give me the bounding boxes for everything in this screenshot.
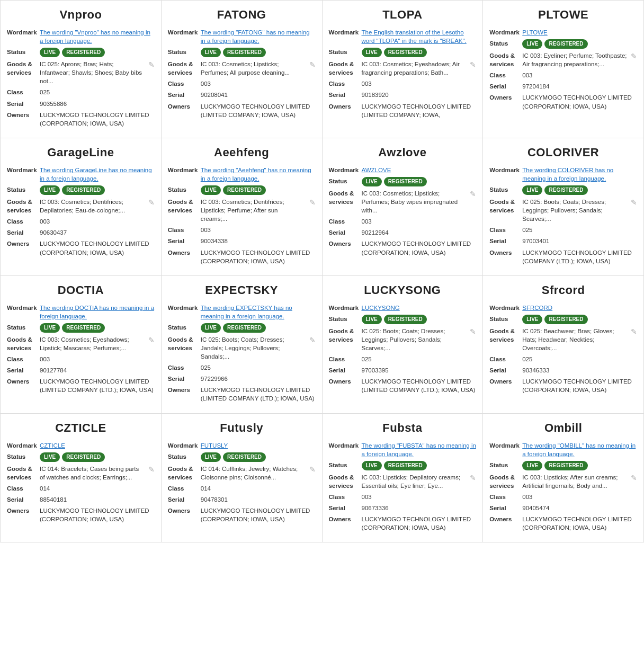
edit-icon[interactable]: ✎ xyxy=(470,327,476,337)
status-label: Status xyxy=(329,177,362,186)
goods-services-row: Goods &services IC 025: Boots; Coats; Dr… xyxy=(329,327,477,352)
serial-value: 90183920 xyxy=(362,91,477,99)
edit-icon[interactable]: ✎ xyxy=(148,465,155,475)
registered-badge: REGISTERED xyxy=(62,48,105,57)
serial-label: Serial xyxy=(7,100,40,108)
status-label: Status xyxy=(329,315,362,324)
trademark-card: FATONG Wordmark The wording "FATONG" has… xyxy=(162,1,323,138)
wordmark-link[interactable]: The wording "OMBILL" has no meaning in a… xyxy=(522,442,636,457)
edit-icon[interactable]: ✎ xyxy=(309,198,316,208)
serial-row: Serial 90127784 xyxy=(7,366,155,375)
wordmark-link[interactable]: The wording "FATONG" has no meaning in a… xyxy=(201,29,310,44)
wordmark-row: Wordmark The wording "Aeehfeng" has no m… xyxy=(168,166,316,183)
wordmark-row: Wordmark FUTUSLY xyxy=(168,441,316,450)
wordmark-link[interactable]: The wording "FUBSTA" has no meaning in a… xyxy=(362,442,476,457)
status-badges: LIVE REGISTERED xyxy=(362,177,477,186)
serial-label: Serial xyxy=(168,91,201,99)
edit-icon[interactable]: ✎ xyxy=(148,335,155,346)
wordmark-link[interactable]: PLTOWE xyxy=(522,29,548,35)
status-value: LIVE REGISTERED xyxy=(201,452,316,462)
edit-icon[interactable]: ✎ xyxy=(309,60,316,70)
wordmark-row: Wordmark LUCKYSONG xyxy=(329,304,477,312)
edit-icon[interactable]: ✎ xyxy=(470,189,476,200)
wordmark-link[interactable]: The wording "Aeehfeng" has no meaning in… xyxy=(201,167,311,182)
wordmark-label: Wordmark xyxy=(168,304,201,320)
edit-icon[interactable]: ✎ xyxy=(148,60,155,70)
wordmark-link[interactable]: The wording COLORIVER has no meaning in … xyxy=(522,167,613,182)
card-title: DOCTIA xyxy=(7,283,155,297)
edit-icon[interactable]: ✎ xyxy=(631,473,637,484)
wordmark-value: The wording DOCTIA has no meaning in a f… xyxy=(40,304,155,320)
edit-icon[interactable]: ✎ xyxy=(631,327,637,337)
wordmark-link[interactable]: AWZLOVE xyxy=(362,167,391,173)
wordmark-row: Wordmark PLTOWE xyxy=(489,28,637,37)
class-value: 003 xyxy=(40,355,155,363)
goods-services-row: Goods &services IC 014: Cufflinks; Jewel… xyxy=(168,465,316,482)
serial-label: Serial xyxy=(489,504,522,512)
goods-services-label: Goods &services xyxy=(168,60,201,77)
class-row: Class 003 xyxy=(329,79,477,88)
wordmark-link[interactable]: FUTUSLY xyxy=(201,442,228,449)
card-title: EXPECTSKY xyxy=(168,283,316,297)
edit-icon[interactable]: ✎ xyxy=(470,473,476,484)
registered-badge: REGISTERED xyxy=(544,461,587,470)
class-row: Class 003 xyxy=(329,217,477,226)
status-label: Status xyxy=(329,461,362,470)
owners-row: Owners LUCKYMOGO TECHNOLOGY LIMITED (COR… xyxy=(329,239,477,256)
serial-row: Serial 90630437 xyxy=(7,228,155,237)
serial-label: Serial xyxy=(168,495,201,504)
class-row: Class 025 xyxy=(489,226,637,234)
owners-label: Owners xyxy=(7,239,40,256)
status-badges: LIVE REGISTERED xyxy=(40,452,155,462)
wordmark-link[interactable]: The wording "Vnproo" has no meaning in a… xyxy=(40,29,150,44)
card-title: Ombill xyxy=(489,421,637,435)
registered-badge: REGISTERED xyxy=(62,185,105,195)
edit-icon[interactable]: ✎ xyxy=(148,198,155,208)
edit-icon[interactable]: ✎ xyxy=(631,198,637,208)
serial-value: 90673336 xyxy=(362,504,477,512)
goods-services-value: IC 025: Boots; Coats; Dresses; Leggings;… xyxy=(362,327,477,352)
edit-icon[interactable]: ✎ xyxy=(470,60,476,70)
status-label: Status xyxy=(7,452,40,462)
wordmark-link[interactable]: The wording GarageLine has no meaning in… xyxy=(40,167,152,182)
wordmark-link[interactable]: CZTICLE xyxy=(40,442,65,449)
registered-badge: REGISTERED xyxy=(384,177,427,186)
wordmark-link[interactable]: The wording DOCTIA has no meaning in a f… xyxy=(40,305,154,319)
status-row: Status LIVE REGISTERED xyxy=(168,323,316,333)
registered-badge: REGISTERED xyxy=(223,323,266,333)
wordmark-value: The wording "Vnproo" has no meaning in a… xyxy=(40,28,155,45)
goods-services-label: Goods &services xyxy=(168,465,201,482)
status-label: Status xyxy=(489,461,522,470)
wordmark-value: The wording "FATONG" has no meaning in a… xyxy=(201,28,316,45)
registered-badge: REGISTERED xyxy=(223,48,266,57)
live-badge: LIVE xyxy=(522,315,542,324)
owners-value: LUCKYMOGO TECHNOLOGY LIMITED (CORPORATIO… xyxy=(522,93,637,110)
owners-value: LUCKYMOGO TECHNOLOGY LIMITED (CORPORATIO… xyxy=(40,239,155,256)
goods-services-value: IC 003: Cosmetics; Eyeshadows; Lipstick;… xyxy=(40,335,155,352)
edit-icon[interactable]: ✎ xyxy=(309,465,316,475)
status-badges: LIVE REGISTERED xyxy=(201,452,316,462)
wordmark-link[interactable]: SFRCORD xyxy=(522,305,552,311)
class-value: 003 xyxy=(362,79,477,88)
status-value: LIVE REGISTERED xyxy=(362,48,477,57)
edit-icon[interactable]: ✎ xyxy=(309,335,316,346)
goods-services-label: Goods &services xyxy=(7,60,40,85)
status-row: Status LIVE REGISTERED xyxy=(329,315,477,324)
wordmark-link[interactable]: The English translation of the Lesotho w… xyxy=(362,29,467,44)
goods-services-label: Goods &services xyxy=(489,327,522,352)
goods-services-label: Goods &services xyxy=(168,198,201,223)
edit-icon[interactable]: ✎ xyxy=(631,51,637,62)
owners-label: Owners xyxy=(168,386,201,403)
trademark-card: DOCTIA Wordmark The wording DOCTIA has n… xyxy=(1,276,162,414)
wordmark-value: FUTUSLY xyxy=(201,441,316,450)
wordmark-label: Wordmark xyxy=(168,28,201,45)
wordmark-row: Wordmark The wording DOCTIA has no meani… xyxy=(7,304,155,320)
goods-services-row: Goods &services IC 025: Beachwear; Bras;… xyxy=(489,327,637,352)
trademark-card: PLTOWE Wordmark PLTOWE Status LIVE REGIS… xyxy=(483,1,644,138)
trademark-card: EXPECTSKY Wordmark The wording EXPECTSKY… xyxy=(162,276,323,414)
class-label: Class xyxy=(329,493,362,501)
status-value: LIVE REGISTERED xyxy=(40,185,155,195)
class-value: 003 xyxy=(201,226,316,234)
wordmark-link[interactable]: The wording EXPECTSKY has no meaning in … xyxy=(201,305,292,319)
wordmark-link[interactable]: LUCKYSONG xyxy=(362,305,400,311)
